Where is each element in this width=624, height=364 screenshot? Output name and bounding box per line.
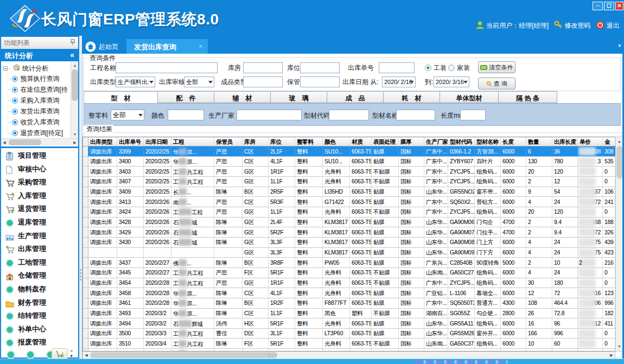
sidebar-item-补单中心[interactable]: 补单中心 <box>1 322 78 336</box>
tree-vertical-scrollbar[interactable]: ▲ ▼ <box>71 62 78 138</box>
sidebar-item-入库管理[interactable]: 入库管理 <box>1 189 78 202</box>
search-button[interactable]: 查 询 <box>478 78 515 90</box>
tab-list-dropdown-icon[interactable]: ▼ <box>617 43 622 48</box>
column-header[interactable]: 膜厚 <box>399 137 424 146</box>
grid-hscroll-thumb[interactable] <box>90 352 277 358</box>
material-tab-耗材[interactable]: 耗 材 <box>384 91 440 103</box>
tree-hscroll-thumb[interactable] <box>9 139 41 145</box>
sidebar-item-退货管理[interactable]: 退货管理 <box>1 202 78 215</box>
table-row[interactable]: 调拨出库34932020/3/2华原...陈琳C区1L1F整料黑色塑料不贴膜国标… <box>83 309 615 319</box>
out-type-select[interactable]: 生产领料出库 <box>116 76 155 87</box>
grid-scroll-left[interactable]: ◀ <box>83 352 90 359</box>
sidebar-item-结转管理[interactable]: 结转管理 <box>1 309 78 322</box>
toolbar-dot-icon[interactable] <box>27 352 34 358</box>
column-header[interactable]: 金 <box>603 137 615 146</box>
column-header[interactable]: 出库单号 <box>117 137 144 146</box>
column-header[interactable]: 出库日期 <box>144 137 171 146</box>
close-button[interactable]: ✕ <box>615 2 623 10</box>
table-row[interactable]: 调拨出库34292020/2/26石城陈琳G区5R2F整料KLM38176063… <box>83 227 615 238</box>
table-row[interactable]: 调拨出库35002020/3/3工共工程曹佳D区3L1F整料LT3P606063… <box>83 329 615 339</box>
code-input[interactable] <box>329 110 369 120</box>
sidebar-item-退库管理[interactable]: 退库管理 <box>1 215 78 229</box>
sidebar-item-出库管理[interactable]: 出库管理 <box>1 242 78 256</box>
location-input[interactable] <box>300 62 340 73</box>
sidebar-item-采购管理[interactable]: 采购管理 <box>1 175 78 189</box>
sidebar-item-报废管理[interactable]: 报废管理 <box>1 335 78 349</box>
table-row[interactable]: 调拨出库34242020/2/26工工程严思G区1L1F整料光身料6063-T5… <box>83 207 615 218</box>
scroll-down-arrow[interactable]: ▼ <box>71 131 79 138</box>
scroll-up-arrow[interactable]: ▲ <box>71 62 79 69</box>
material-tab-隔热条[interactable]: 隔 热 条 <box>499 91 557 103</box>
order-no-input[interactable] <box>379 62 415 73</box>
warehouse-input[interactable] <box>243 62 283 73</box>
sidebar-item-审核中心[interactable]: 审核中心 <box>1 162 78 176</box>
column-header[interactable]: 生产厂家 <box>424 137 448 146</box>
column-header[interactable]: 长度 <box>501 137 526 146</box>
column-header[interactable]: 出库类型 <box>88 137 117 146</box>
material-tab-成品[interactable]: 成 品 <box>327 91 384 103</box>
tree-horizontal-scrollbar[interactable]: ◀ ▶ <box>1 138 78 145</box>
vendor-input[interactable] <box>237 110 302 120</box>
column-header[interactable]: 型材代码 <box>448 137 475 146</box>
tree-item[interactable]: ╌预算执行查询 <box>1 73 71 84</box>
toolbar-more-button[interactable]: »▾ <box>70 349 73 359</box>
grid-scroll-right[interactable]: ▶ <box>608 352 615 359</box>
change-password-link[interactable]: 修改密码 <box>564 22 590 29</box>
tree-scroll-thumb[interactable] <box>72 69 78 101</box>
sidebar-item-物料盘存[interactable]: 物料盘存 <box>1 282 78 296</box>
column-header[interactable]: 工程 <box>171 137 214 146</box>
material-tab-配件[interactable]: 配 件 <box>158 91 214 103</box>
column-header[interactable]: 保管员 <box>214 137 243 146</box>
length-input[interactable] <box>460 110 486 120</box>
table-row[interactable]: 调拨出库34092020/2/25长...陈琳B区2R5F整料LI35HD606… <box>83 187 615 197</box>
table-row[interactable]: 调拨出库33992020/2/25华原...严思C区2L1F整料SU10...6… <box>83 146 615 157</box>
column-header[interactable]: 整零料 <box>295 137 323 146</box>
audit-select[interactable]: 全部 <box>184 76 214 87</box>
toolbar-dot-icon[interactable] <box>8 352 14 358</box>
material-tab-型材[interactable]: 型 材 <box>84 91 158 104</box>
tree-item[interactable]: ╌采购入库查询 <box>1 94 71 105</box>
table-row[interactable]: 调拨出库34032020/2/25工共工程严思G区1R1F整料光身料6063-T… <box>83 167 615 177</box>
table-row[interactable]: 调拨出库34542020/2/28工共工程严思G区1R1F整料光身料6063-T… <box>83 278 615 289</box>
whole-select[interactable]: 全部 <box>111 110 144 120</box>
tree-root[interactable]: ╌ 统计分析 <box>1 62 71 73</box>
sidebar-section-header[interactable]: 统计分析 « <box>1 49 78 61</box>
date-from-select[interactable]: 2020/ 2/16 <box>382 76 416 87</box>
table-row[interactable]: 调拨出库34002020/2/25华原...严思C区4L1F整料SU10...6… <box>83 157 615 167</box>
column-header[interactable]: 表面处理 <box>372 137 399 146</box>
logout-link[interactable]: 退出 <box>607 22 620 29</box>
column-header[interactable]: 材质 <box>350 137 372 146</box>
sidebar-item-生产管理[interactable]: 生产管理 <box>1 229 78 242</box>
tree-expand-icon[interactable] <box>3 66 8 71</box>
radio-jiazhuang[interactable] <box>448 65 455 71</box>
tab-home[interactable]: 起始页 <box>83 39 124 54</box>
maximize-button[interactable]: ☐ <box>604 2 614 10</box>
table-row[interactable]: 调拨出库35102020/3/4工共工程陈琳F区5R1F整料光身料6063-T5… <box>83 339 615 349</box>
material-tab-辅材[interactable]: 辅 材 <box>214 91 271 103</box>
column-header[interactable]: 型材名称 <box>475 137 501 146</box>
date-to-select[interactable]: 2020/ 3/16 <box>434 76 469 87</box>
tree-item[interactable]: ╌退货查询[待定] <box>1 127 71 138</box>
pin-icon[interactable] <box>70 39 75 46</box>
table-row[interactable]: 调拨出库34582020/2/28华原...陈琳C区4L1F整料光身料6063-… <box>83 288 615 298</box>
table-row[interactable]: G区3L3F整料KLM38176063-T5贴膜国标山东华...GA90M09.… <box>83 248 615 258</box>
table-row[interactable]: 调拨出库34132020/2/26南...严思C区5R3F整料G71422606… <box>83 197 615 207</box>
table-row[interactable]: 调拨出库34282020/2/26石城陈琳G区2L4F整料KLM38176063… <box>83 218 615 228</box>
sidebar-item-仓储管理[interactable]: 仓储管理 <box>1 269 78 282</box>
table-row[interactable]: 调拨出库34942020/3/2石辉城汤伟H区5R1F整料光身料6063-T5贴… <box>83 318 615 329</box>
color-input[interactable] <box>168 110 204 120</box>
tree-item[interactable]: ╌收货入库查询 <box>1 116 71 127</box>
keeper-input[interactable] <box>300 76 340 87</box>
minimize-button[interactable]: ─ <box>593 2 603 10</box>
table-row[interactable]: 调拨出库34372020/2/27佛...陈琳B区3R8F整料PW056063-… <box>83 258 615 268</box>
project-name-input[interactable] <box>116 62 218 73</box>
product-type-input[interactable] <box>243 76 283 87</box>
collapse-icon[interactable]: « <box>70 50 74 59</box>
column-header[interactable]: 颜色 <box>323 137 350 146</box>
column-header[interactable]: 库位 <box>269 137 295 146</box>
scroll-left-arrow[interactable]: ◀ <box>1 139 8 146</box>
column-header[interactable]: 出库长度 <box>552 137 578 146</box>
sidebar-item-工地管理[interactable]: 工地管理 <box>1 256 78 269</box>
table-row[interactable]: 调拨出库34612020/2/28华原...陈琳B区1R2F整料F8877FT6… <box>83 298 615 309</box>
name-input[interactable] <box>396 110 435 120</box>
